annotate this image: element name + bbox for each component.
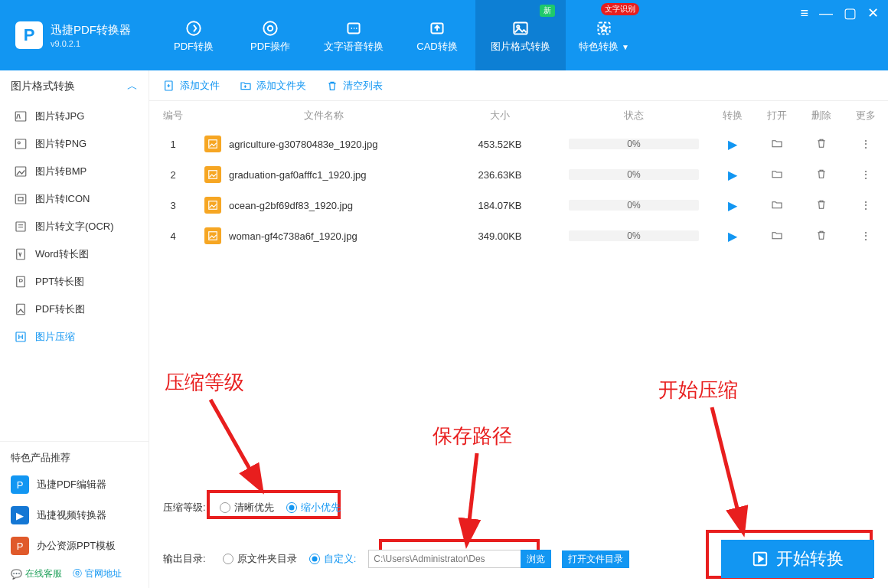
tab-cad[interactable]: CAD转换 bbox=[399, 0, 475, 70]
star-icon bbox=[594, 17, 614, 40]
add-file-button[interactable]: 添加文件 bbox=[163, 79, 220, 93]
delete-button[interactable] bbox=[815, 171, 828, 182]
progress-bar: 0% bbox=[569, 139, 699, 149]
sidebar-item-pdf[interactable]: PDF转长图 bbox=[0, 296, 149, 323]
sidebar-item-compress[interactable]: 图片压缩 bbox=[0, 323, 149, 351]
upload-icon bbox=[427, 17, 447, 40]
browse-button[interactable]: 浏览 bbox=[521, 550, 551, 568]
file-size: 349.00KB bbox=[442, 230, 557, 242]
open-button[interactable] bbox=[771, 140, 783, 152]
progress-bar: 0% bbox=[569, 169, 699, 180]
svg-rect-14 bbox=[16, 222, 25, 231]
table-row: 2 graduation-gaf0afffc1_1920.jpg 236.63K… bbox=[149, 159, 888, 190]
ie-icon: ⓔ bbox=[73, 567, 82, 580]
tab-special[interactable]: 特色转换▼ 文字识别 bbox=[566, 0, 642, 70]
app-name: 迅捷PDF转换器 bbox=[51, 23, 131, 38]
table-row: 4 woman-gf4c738a6f_1920.jpg 349.00KB 0% … bbox=[149, 220, 888, 251]
tab-pdf-operate[interactable]: PDF操作 bbox=[232, 0, 309, 70]
sidebar-item-word[interactable]: Word转长图 bbox=[0, 240, 149, 268]
delete-button[interactable] bbox=[815, 201, 828, 213]
svg-rect-12 bbox=[15, 194, 26, 204]
radio-clarity[interactable]: 清晰优先 bbox=[220, 501, 274, 514]
more-button[interactable]: ⋮ bbox=[860, 138, 871, 150]
table-header: 编号 文件名称 大小 状态 转换 打开 删除 更多 bbox=[149, 101, 888, 129]
tab-text-speech[interactable]: 文字语音转换 bbox=[309, 0, 399, 70]
image-thumb-icon bbox=[204, 197, 221, 214]
svg-point-1 bbox=[263, 21, 276, 34]
tab-pdf-convert[interactable]: PDF转换 bbox=[155, 0, 232, 70]
promo-ppt[interactable]: P办公资源PPT模板 bbox=[0, 531, 149, 561]
annotation-level: 压缩等级 bbox=[165, 369, 244, 396]
file-size: 236.63KB bbox=[442, 169, 557, 181]
sidebar-head[interactable]: 图片格式转换 ︿ bbox=[0, 70, 149, 103]
progress-bar: 0% bbox=[569, 200, 699, 211]
svg-point-0 bbox=[187, 21, 200, 34]
more-button[interactable]: ⋮ bbox=[860, 199, 871, 211]
svg-line-24 bbox=[211, 400, 260, 488]
start-convert-button[interactable]: 开始转换 bbox=[721, 540, 874, 578]
minimize-icon[interactable]: — bbox=[819, 6, 833, 20]
promo-head: 特色产品推荐 bbox=[0, 441, 149, 469]
sidebar-item-bmp[interactable]: 图片转BMP bbox=[0, 158, 149, 185]
menu-icon[interactable]: ≡ bbox=[800, 6, 808, 20]
image-icon bbox=[511, 17, 531, 40]
more-button[interactable]: ⋮ bbox=[860, 168, 871, 181]
svg-rect-13 bbox=[18, 198, 23, 201]
promo-pdf-editor[interactable]: P迅捷PDF编辑器 bbox=[0, 469, 149, 500]
image-thumb-icon bbox=[204, 166, 221, 183]
convert-button[interactable]: ▶ bbox=[728, 138, 737, 151]
svg-point-10 bbox=[18, 142, 20, 144]
svg-point-2 bbox=[268, 26, 273, 31]
promo-video[interactable]: ▶迅捷视频转换器 bbox=[0, 500, 149, 531]
sidebar-item-jpg[interactable]: 图片转JPG bbox=[0, 103, 149, 130]
convert-button[interactable]: ▶ bbox=[728, 168, 737, 181]
close-icon[interactable]: ✕ bbox=[867, 6, 879, 20]
badge-new: 新 bbox=[540, 5, 555, 17]
sidebar-item-png[interactable]: 图片转PNG bbox=[0, 130, 149, 158]
file-name: agriculture-g30780483e_1920.jpg bbox=[229, 139, 377, 150]
progress-bar: 0% bbox=[569, 230, 699, 241]
table-row: 1 agriculture-g30780483e_1920.jpg 453.52… bbox=[149, 129, 888, 159]
chevron-up-icon: ︿ bbox=[127, 80, 138, 93]
output-path-input[interactable]: C:\Users\Administrator\Des bbox=[368, 550, 521, 568]
file-name: graduation-gaf0afffc1_1920.jpg bbox=[229, 169, 367, 181]
maximize-icon[interactable]: ▢ bbox=[844, 6, 857, 20]
gear-icon bbox=[260, 17, 280, 40]
sidebar-item-ppt[interactable]: PPT转长图 bbox=[0, 268, 149, 296]
clear-list-button[interactable]: 清空列表 bbox=[326, 79, 383, 93]
app-brand: P 迅捷PDF转换器 v9.0.2.1 bbox=[0, 0, 143, 70]
output-label: 输出目录: bbox=[163, 552, 206, 566]
link-service[interactable]: 💬在线客服 bbox=[11, 567, 62, 580]
sidebar-item-icon[interactable]: 图片转ICON bbox=[0, 185, 149, 213]
add-folder-button[interactable]: 添加文件夹 bbox=[240, 79, 306, 93]
top-tabs: PDF转换 PDF操作 文字语音转换 CAD转换 图片格式转换 新 特色转换▼ … bbox=[155, 0, 642, 70]
annotation-start: 开始压缩 bbox=[658, 377, 738, 403]
play-icon bbox=[752, 550, 769, 567]
sidebar-item-ocr[interactable]: 图片转文字(OCR) bbox=[0, 213, 149, 240]
open-button[interactable] bbox=[771, 232, 783, 243]
app-logo-icon: P bbox=[15, 21, 43, 49]
chevron-down-icon: ▼ bbox=[622, 43, 629, 51]
file-name: woman-gf4c738a6f_1920.jpg bbox=[229, 230, 357, 242]
file-size: 184.07KB bbox=[442, 200, 557, 211]
convert-button[interactable]: ▶ bbox=[728, 230, 737, 243]
more-button[interactable]: ⋮ bbox=[860, 230, 871, 242]
refresh-icon bbox=[184, 17, 204, 40]
window-controls: ≡ — ▢ ✕ bbox=[800, 0, 888, 70]
audio-icon bbox=[344, 17, 364, 40]
link-website[interactable]: ⓔ官网地址 bbox=[73, 567, 122, 580]
convert-button[interactable]: ▶ bbox=[728, 199, 737, 212]
radio-orig-dir[interactable]: 原文件夹目录 bbox=[223, 552, 297, 566]
svg-rect-5 bbox=[514, 22, 527, 34]
open-button[interactable] bbox=[771, 171, 783, 182]
delete-button[interactable] bbox=[815, 140, 828, 152]
radio-custom-dir[interactable]: 自定义: bbox=[309, 552, 357, 566]
app-version: v9.0.2.1 bbox=[51, 39, 131, 48]
radio-shrink[interactable]: 缩小优先 bbox=[286, 501, 341, 514]
tab-image-convert[interactable]: 图片格式转换 新 bbox=[475, 0, 566, 70]
open-dir-button[interactable]: 打开文件目录 bbox=[562, 550, 629, 568]
delete-button[interactable] bbox=[815, 232, 828, 243]
topbar: P 迅捷PDF转换器 v9.0.2.1 PDF转换 PDF操作 文字语音转换 C… bbox=[0, 0, 888, 70]
open-button[interactable] bbox=[771, 201, 783, 213]
file-name: ocean-g2bf69df83_1920.jpg bbox=[229, 200, 353, 211]
